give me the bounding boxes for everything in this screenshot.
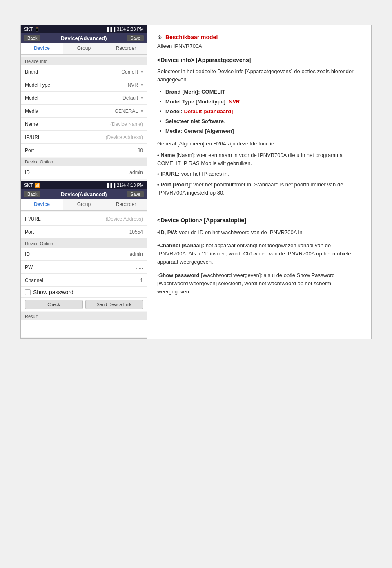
show-pw-note: •Show password [Wachtwoord weergeven]: a…: [157, 271, 361, 296]
result-section-label: Result: [21, 312, 147, 320]
dropdown-arrow-brand: ▾: [141, 69, 143, 74]
bullet-model-value: Default [Standaard]: [184, 108, 233, 114]
field-port: Port 80: [21, 144, 147, 157]
value-ip[interactable]: (Device Address): [62, 134, 143, 140]
carrier-2: SKT: [24, 183, 33, 188]
bullet-model: Model: Default [Standaard]: [160, 107, 361, 116]
bullet-media-value: General [Algemeen]: [184, 128, 234, 134]
field-name: Name (Device Name): [21, 118, 147, 131]
check-button[interactable]: Check: [25, 300, 83, 309]
topbar-1: Back Device(Advanced) Save: [21, 33, 147, 43]
port-note: • Port [Poort]: voer het poortnummer in.…: [157, 181, 361, 197]
label-channel: Channel: [25, 277, 62, 283]
field-brand: Brand Comelit ▾: [21, 65, 147, 78]
asterisk-prefix: ※: [157, 34, 164, 40]
field-ip-2: IP/URL (Device Address): [21, 212, 147, 226]
tabs-1: Device Group Recorder: [21, 43, 147, 55]
bullet-no-software-text: Selecteer niet Software: [165, 118, 224, 124]
bullet-model-type-value: NVR: [229, 98, 240, 105]
phone-content-2: IP/URL (Device Address) Port 10554 Devic…: [21, 211, 147, 338]
device-option-title-1: Device Option: [21, 158, 147, 166]
topbar-title-1: Device(Advanced): [61, 35, 107, 41]
field-channel: Channel 1: [21, 274, 147, 287]
device-info-title-1: Device Info: [21, 57, 147, 65]
phone-mock-2: SKT 📶 ▌▌▌21% 4:13 PM Back Device(Advance…: [21, 181, 147, 339]
right-section-1: ※ Beschikbaar model Alleen IPNVR700A <De…: [157, 33, 361, 208]
main-container: SKT 📱 ▌▌▌31% 2:33 PM Back Device(Advance…: [20, 25, 372, 339]
back-button-2[interactable]: Back: [24, 191, 40, 197]
device-info-heading: <Device info> [Apparaatgegevens]: [157, 56, 361, 65]
dropdown-arrow-model: ▾: [141, 96, 143, 100]
device-option-heading: <Device Option> [Apparaatoptie]: [157, 216, 361, 225]
value-id-2[interactable]: admin: [62, 251, 143, 257]
label-pw: PW: [25, 264, 62, 270]
value-media[interactable]: GENERAL ▾: [62, 108, 143, 114]
carrier-1: SKT: [24, 27, 33, 31]
id-pw-note: •ID, PW: voer de ID en het wachtwoord va…: [157, 228, 361, 237]
signal-1: ▌▌▌31%: [107, 27, 126, 31]
tabs-2: Device Group Recorder: [21, 199, 147, 211]
field-pw: PW .....: [21, 261, 147, 274]
statusbar-1: SKT 📱 ▌▌▌31% 2:33 PM: [21, 25, 147, 33]
status-right-2: ▌▌▌21% 4:13 PM: [107, 183, 144, 188]
tab-device-2[interactable]: Device: [21, 199, 63, 210]
value-model[interactable]: Default ▾: [62, 95, 143, 101]
save-button-1[interactable]: Save: [127, 35, 144, 41]
phone-content-1: Device Info Brand Comelit ▾ Model Type N…: [21, 55, 147, 181]
label-name: Name: [25, 121, 62, 127]
label-id-1: ID: [25, 170, 62, 175]
label-media: Media: [25, 108, 62, 114]
value-name[interactable]: (Device Name): [62, 121, 143, 127]
time-1: 2:33 PM: [127, 27, 144, 31]
right-panel: ※ Beschikbaar model Alleen IPNVR700A <De…: [147, 25, 371, 339]
tab-device-1[interactable]: Device: [21, 43, 63, 54]
label-brand: Brand: [25, 69, 62, 75]
device-info-bullets: Brand [Merk]: COMELIT Model Type [Modelt…: [160, 88, 361, 136]
result-content: [21, 320, 147, 337]
bullet-brand-value: COMELIT: [201, 89, 225, 95]
channel-note: •Channel [Kanaal]: het apparaat ontvangt…: [157, 242, 361, 266]
tab-recorder-1[interactable]: Recorder: [105, 43, 147, 54]
device-info-desc: Selecteer in het gedeelte Device info [A…: [157, 67, 361, 84]
value-pw[interactable]: .....: [62, 264, 143, 270]
value-ip-2[interactable]: (Device Address): [62, 216, 143, 222]
status-left-2: SKT 📶: [24, 183, 40, 188]
value-brand[interactable]: Comelit ▾: [62, 69, 143, 75]
save-button-2[interactable]: Save: [127, 191, 144, 197]
tab-group-1[interactable]: Group: [63, 43, 105, 54]
field-id-1: ID admin: [21, 166, 147, 179]
show-password-row[interactable]: Show password: [21, 287, 147, 298]
action-buttons-row: Check Send Device Link: [21, 298, 147, 311]
value-port-2[interactable]: 10554: [62, 229, 143, 235]
bullet-model-prefix: Model:: [165, 108, 184, 114]
label-id-2: ID: [25, 251, 62, 257]
label-ip: IP/URL: [25, 134, 62, 140]
bullet-no-software-period: .: [224, 118, 225, 124]
available-model-title: Beschikbaar model: [165, 34, 218, 40]
device-option-title-2: Device Option: [21, 239, 147, 248]
status-icons-1: 📱: [34, 27, 40, 32]
right-section-2: <Device Option> [Apparaatoptie] •ID, PW:…: [157, 216, 361, 296]
tab-group-2[interactable]: Group: [63, 199, 105, 210]
value-id-1[interactable]: admin: [62, 170, 143, 175]
back-button-1[interactable]: Back: [24, 35, 40, 41]
tab-recorder-2[interactable]: Recorder: [105, 199, 147, 210]
bullet-media-prefix: Media:: [165, 128, 184, 134]
bullet-brand: Brand [Merk]: COMELIT: [160, 88, 361, 96]
label-model-type: Model Type: [25, 82, 62, 88]
field-ip: IP/URL (Device Address): [21, 131, 147, 144]
bullet-model-type-prefix: Model Type [Modeltype]:: [165, 98, 229, 105]
name-note: • Name [Naam]: voer een naam in voor de …: [157, 151, 361, 168]
field-media: Media GENERAL ▾: [21, 105, 147, 118]
dropdown-arrow-model-type: ▾: [141, 83, 143, 87]
bullet-model-type: Model Type [Modeltype]: NVR: [160, 98, 361, 106]
value-channel[interactable]: 1: [62, 277, 143, 283]
bullet-no-software: Selecteer niet Software.: [160, 117, 361, 125]
phone-mock-1: SKT 📱 ▌▌▌31% 2:33 PM Back Device(Advance…: [21, 25, 147, 181]
value-model-type[interactable]: NVR ▾: [62, 82, 143, 88]
send-device-link-button[interactable]: Send Device Link: [85, 300, 143, 309]
time-2: 4:13 PM: [127, 183, 144, 188]
show-password-checkbox[interactable]: [25, 289, 31, 295]
value-port[interactable]: 80: [62, 148, 143, 153]
dropdown-arrow-media: ▾: [141, 109, 143, 113]
